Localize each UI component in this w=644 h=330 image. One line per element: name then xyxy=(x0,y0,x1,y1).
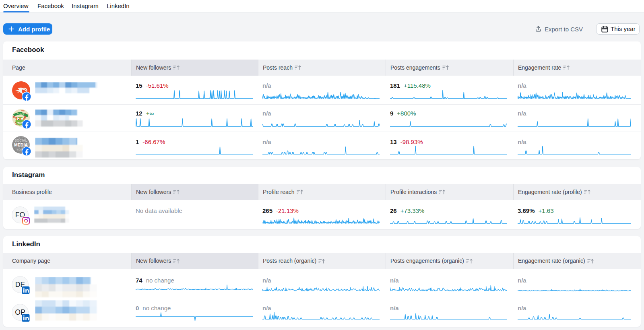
svg-text:SOCIAL: SOCIAL xyxy=(14,138,27,142)
